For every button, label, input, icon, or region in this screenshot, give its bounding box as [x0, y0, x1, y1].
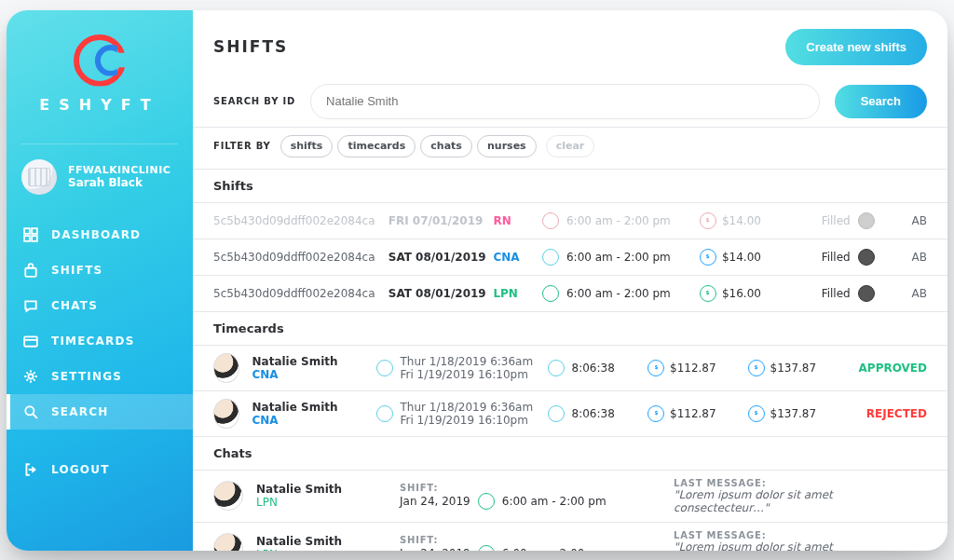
shift-code: AB [875, 287, 927, 300]
clock-icon [376, 360, 393, 376]
chat-name: Natalie SmithLPN [256, 483, 387, 509]
timecard-range: Thur 1/18/2019 6:36amFri 1/19/2019 16:10… [376, 401, 535, 427]
chat-name: Natalie SmithLPN [256, 535, 387, 551]
timecard-row[interactable]: Natalie SmithCNA Thur 1/18/2019 6:36amFr… [193, 346, 947, 391]
clock-icon [376, 405, 393, 422]
timecard-status: REJECTED [848, 407, 927, 420]
timecard-amount2: $ $137.87 [748, 360, 836, 376]
section-timecards-title: Timecards [193, 312, 947, 346]
section-chats-title: Chats [193, 437, 947, 471]
shift-date: SAT 08/01/2019 [388, 287, 494, 300]
sidebar-item-label: CHATS [51, 299, 98, 312]
profile: FFWALKINCLINIC Sarah Black [21, 143, 178, 195]
cup-icon [478, 545, 495, 551]
timecard-range: Thur 1/18/2019 6:36amFri 1/19/2019 16:10… [376, 355, 535, 381]
shift-time: 6:00 am - 2:00 pm [542, 212, 700, 229]
profile-text: FFWALKINCLINIC Sarah Black [68, 164, 170, 189]
chat-shift: SHIFT:Jan 24, 20196:00 am - 2:00 pm [400, 535, 661, 551]
shift-date: FRI 07/01/2019 [388, 214, 494, 227]
cup-icon [542, 249, 559, 266]
money-icon: $ [748, 405, 765, 422]
logout-icon [23, 462, 38, 477]
svg-text:$: $ [706, 290, 710, 295]
user-name: Sarah Black [68, 176, 170, 189]
clock-icon [548, 405, 565, 422]
chat-last: LAST MESSAGE:"Lorem ipsum dolor sit amet… [674, 478, 927, 514]
sidebar-item-chats[interactable]: CHATS [7, 288, 193, 323]
sidebar-item-logout[interactable]: LOGOUT [7, 452, 193, 487]
timecards-list: Natalie SmithCNA Thur 1/18/2019 6:36amFr… [193, 346, 947, 437]
sidebar-item-label: LOGOUT [51, 463, 110, 476]
shift-status: Filled [787, 249, 875, 266]
sidebar-item-settings[interactable]: SETTINGS [7, 359, 193, 394]
filter-clear-chip[interactable]: clear [546, 135, 595, 157]
search-input[interactable] [310, 84, 820, 119]
sidebar-item-timecards[interactable]: TIMECARDS [7, 323, 193, 359]
filter-label: FILTER BY [213, 141, 271, 151]
brand: ESHYFT [7, 10, 193, 130]
filter-row: FILTER BY shifts timecards chats nurses … [193, 128, 947, 170]
filter-chip-chats[interactable]: chats [420, 135, 472, 157]
filter-chip-shifts[interactable]: shifts [280, 135, 334, 157]
search-button[interactable]: Search [835, 85, 927, 118]
chats-list: Natalie SmithLPNSHIFT:Jan 24, 20196:00 a… [193, 471, 947, 551]
search-icon [23, 404, 38, 419]
filter-chip-timecards[interactable]: timecards [337, 135, 416, 157]
chat-row[interactable]: Natalie SmithLPNSHIFT:Jan 24, 20196:00 a… [193, 523, 947, 551]
shift-date: SAT 08/01/2019 [388, 251, 494, 264]
shift-rate: $ $14.00 [700, 212, 787, 229]
timecard-name: Natalie SmithCNA [252, 355, 363, 381]
dashboard-icon [23, 227, 38, 242]
shift-row[interactable]: 5c5b430d09ddff002e2084caSAT 08/01/2019CN… [193, 239, 947, 276]
sidebar-item-dashboard[interactable]: DASHBOARD [7, 217, 193, 253]
timecard-amount1: $ $112.87 [647, 360, 735, 376]
create-shifts-button[interactable]: Create new shifts [785, 29, 927, 65]
svg-text:$: $ [654, 410, 658, 416]
sidebar-item-label: SEARCH [51, 405, 108, 418]
shift-code: AB [875, 251, 927, 264]
sidebar-item-label: DASHBOARD [51, 228, 141, 241]
shift-status: Filled [787, 285, 875, 302]
chat-shift: SHIFT:Jan 24, 20196:00 am - 2:00 pm [400, 483, 661, 510]
org-avatar-icon [21, 159, 57, 195]
shift-row[interactable]: 5c5b430d09ddff002e2084caFRI 07/01/2019RN… [193, 203, 947, 239]
sidebar-item-shifts[interactable]: SHIFTS [7, 253, 193, 288]
sidebar-item-label: SHIFTS [51, 264, 102, 277]
shift-id: 5c5b430d09ddff002e2084ca [213, 251, 388, 264]
chats-icon [23, 298, 38, 313]
cup-icon [542, 212, 559, 229]
chat-row[interactable]: Natalie SmithLPNSHIFT:Jan 24, 20196:00 a… [193, 471, 947, 523]
cup-icon [478, 493, 495, 510]
svg-text:$: $ [754, 410, 757, 416]
sidebar: ESHYFT FFWALKINCLINIC Sarah Black DASHBO… [7, 10, 193, 551]
svg-text:$: $ [654, 364, 658, 370]
avatar-icon [213, 481, 243, 511]
shift-id: 5c5b430d09ddff002e2084ca [213, 287, 388, 300]
timecard-row[interactable]: Natalie SmithCNA Thur 1/18/2019 6:36amFr… [193, 391, 947, 437]
filter-chip-nurses[interactable]: nurses [477, 135, 537, 157]
svg-text:$: $ [706, 253, 710, 259]
nav: DASHBOARDSHIFTSCHATSTIMECARDSSETTINGSSEA… [7, 210, 193, 487]
sidebar-item-search[interactable]: SEARCH [7, 394, 193, 430]
money-icon: $ [647, 360, 664, 376]
section-shifts-title: Shifts [193, 170, 947, 203]
timecard-duration: 8:06:38 [548, 405, 635, 422]
shift-role: LPN [493, 287, 542, 300]
avatar-icon [213, 399, 239, 429]
timecard-amount1: $ $112.87 [647, 405, 735, 422]
money-icon: $ [748, 360, 765, 376]
avatar-icon [213, 533, 243, 551]
money-icon: $ [700, 285, 716, 302]
shift-time: 6:00 am - 2:00 pm [542, 249, 700, 266]
svg-text:$: $ [706, 217, 710, 223]
money-icon: $ [700, 249, 716, 266]
org-name: FFWALKINCLINIC [68, 164, 170, 176]
shift-status: Filled [787, 212, 875, 229]
money-icon: $ [700, 212, 716, 229]
shift-role: RN [493, 214, 542, 227]
shifts-icon [23, 263, 38, 278]
clock-icon [548, 360, 565, 376]
shift-time: 6:00 am - 2:00 pm [542, 285, 700, 302]
shift-row[interactable]: 5c5b430d09ddff002e2084caSAT 08/01/2019LP… [193, 276, 947, 312]
content[interactable]: Shifts 5c5b430d09ddff002e2084caFRI 07/01… [193, 170, 947, 551]
